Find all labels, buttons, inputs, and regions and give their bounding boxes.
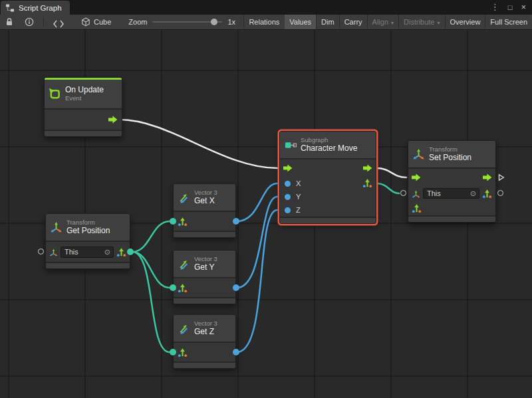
node-title: Set Position <box>429 153 471 163</box>
flow-output-unconnected-port[interactable] <box>498 173 505 181</box>
wire-float-get-y-to-character-move-y <box>237 197 277 288</box>
vector3-editor-icon <box>178 348 188 357</box>
node-category: Transform <box>66 219 110 227</box>
zoom-slider[interactable] <box>152 21 222 23</box>
maximize-icon[interactable]: □ <box>508 0 513 15</box>
kebab-menu-icon[interactable]: ⋮ <box>491 0 499 15</box>
port-label: Y <box>296 193 301 201</box>
vector3-icon <box>178 322 190 335</box>
node-title: On Update <box>65 86 104 95</box>
selected-object[interactable]: Cube <box>81 17 111 27</box>
script-graph-icon <box>5 3 15 13</box>
input-port-target-unconnected[interactable] <box>38 249 44 254</box>
tab-script-graph[interactable]: Script Graph <box>1 1 70 15</box>
relations-button[interactable]: Relations <box>243 15 284 29</box>
subgraph-icon <box>284 139 297 151</box>
object-name: Cube <box>94 18 111 26</box>
output-port-x[interactable] <box>233 218 239 225</box>
transform-icon <box>412 189 420 198</box>
this-value: This <box>427 189 441 197</box>
zoom-label: Zoom <box>128 18 147 26</box>
input-port-z[interactable] <box>285 207 291 213</box>
full-screen-button[interactable]: Full Screen <box>485 15 532 29</box>
code-icon[interactable] <box>53 17 64 27</box>
zoom-slider-handle[interactable] <box>211 19 217 25</box>
close-icon[interactable]: × <box>521 0 526 15</box>
this-target-field[interactable]: This ⊙ <box>423 188 479 199</box>
node-title: Get Position <box>66 227 110 236</box>
flow-input-port[interactable] <box>283 164 293 172</box>
zoom-value: 1x <box>227 18 235 26</box>
input-row-z: Z <box>280 203 376 217</box>
input-port-target-unconnected[interactable] <box>400 190 406 196</box>
input-port-x[interactable] <box>285 181 291 187</box>
window-controls: ⋮ □ × <box>491 0 532 15</box>
target-row: This ⊙ <box>46 242 130 262</box>
output-port-target-unconnected[interactable] <box>497 190 503 196</box>
port-label: X <box>296 179 301 187</box>
distribute-button[interactable]: Distribute <box>398 15 444 29</box>
flow-output-port[interactable] <box>108 116 118 124</box>
dim-button[interactable]: Dim <box>316 15 339 29</box>
input-port-vector[interactable] <box>170 349 176 355</box>
lock-icon[interactable] <box>5 17 14 27</box>
value-row <box>174 343 235 361</box>
node-footer <box>45 130 122 136</box>
node-set-position[interactable]: Transform Set Position This ⊙ <box>408 140 496 223</box>
node-header: Vector 3 Get X <box>174 184 235 212</box>
wire-vector-get-position-to-get-x <box>132 221 170 252</box>
vector3-icon <box>178 191 190 204</box>
flow-input-port[interactable] <box>412 173 421 181</box>
vector3-editor-icon <box>178 217 188 227</box>
node-header: Transform Get Position <box>46 214 130 242</box>
this-target-field[interactable]: This ⊙ <box>61 247 114 258</box>
value-row <box>174 212 235 231</box>
node-character-move[interactable]: Subgraph Character Move X Y Z <box>279 131 376 224</box>
wire-flow-on-update-to-character-move <box>120 120 277 168</box>
node-header: Vector 3 Get Z <box>174 315 235 343</box>
port-label: Z <box>296 206 301 214</box>
node-footer <box>174 297 235 304</box>
output-port-position[interactable] <box>127 249 134 255</box>
node-footer <box>280 217 376 223</box>
graph-toolbar: Cube Zoom 1x Relations Values Dim Carry … <box>0 15 532 30</box>
node-category: Subgraph <box>301 137 357 144</box>
vector3-editor-icon <box>412 203 422 213</box>
toolbar-separator <box>43 17 44 27</box>
output-port-y[interactable] <box>233 284 239 291</box>
tab-title: Script Graph <box>19 4 62 12</box>
node-footer <box>46 262 130 268</box>
node-get-y[interactable]: Vector 3 Get Y <box>173 250 236 304</box>
align-button[interactable]: Align <box>367 15 398 29</box>
object-picker-icon: ⊙ <box>104 249 110 256</box>
flow-output-port[interactable] <box>483 173 492 181</box>
values-button[interactable]: Values <box>284 15 316 29</box>
node-get-x[interactable]: Vector 3 Get X <box>173 183 236 238</box>
input-port-vector[interactable] <box>170 284 176 291</box>
flow-row <box>408 169 495 186</box>
carry-button[interactable]: Carry <box>339 15 367 29</box>
graph-canvas[interactable]: On Update Event Transform Get Position <box>0 30 532 398</box>
overview-button[interactable]: Overview <box>445 15 485 29</box>
node-footer <box>174 231 235 237</box>
output-port-z[interactable] <box>233 349 239 355</box>
node-header: Transform Set Position <box>408 141 495 169</box>
flow-row <box>280 159 376 177</box>
node-get-position[interactable]: Transform Get Position This ⊙ <box>45 213 130 269</box>
node-title: Character Move <box>301 144 357 153</box>
node-header: On Update Event <box>45 78 122 110</box>
input-port-y[interactable] <box>285 194 291 200</box>
input-row-y: Y <box>280 190 376 203</box>
tab-bar: Script Graph ⋮ □ × <box>0 0 532 15</box>
wire-flow-character-move-to-set-position <box>376 168 406 177</box>
node-title: Get X <box>194 197 217 206</box>
info-icon[interactable] <box>25 17 34 27</box>
node-get-z[interactable]: Vector 3 Get Z <box>173 314 236 369</box>
vector3-editor-icon <box>482 189 492 199</box>
flow-output-row <box>45 110 122 130</box>
vector3-icon <box>178 258 190 270</box>
node-on-update[interactable]: On Update Event <box>44 77 122 137</box>
vector3-output-icon[interactable] <box>362 178 372 188</box>
input-port-vector[interactable] <box>170 218 176 225</box>
flow-output-port[interactable] <box>363 164 372 172</box>
